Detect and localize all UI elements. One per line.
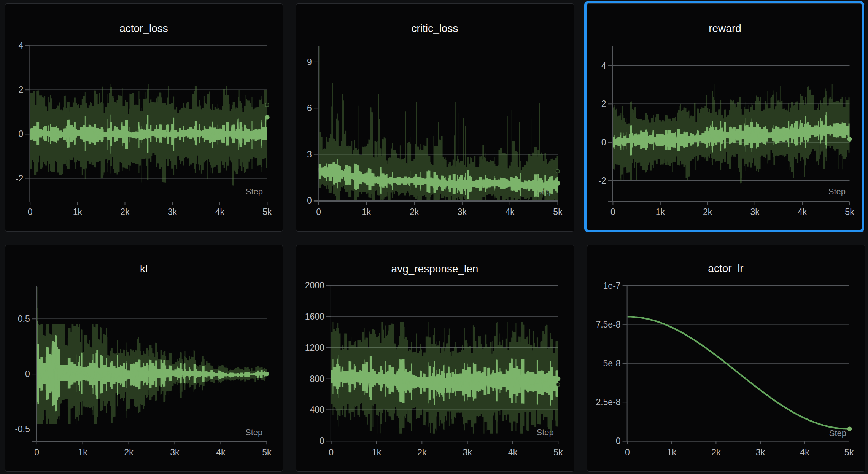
- svg-text:0: 0: [625, 447, 630, 457]
- svg-text:0: 0: [616, 436, 621, 446]
- svg-text:1k: 1k: [667, 447, 677, 457]
- svg-text:2k: 2k: [711, 447, 721, 457]
- svg-text:7.5e-8: 7.5e-8: [596, 320, 620, 329]
- svg-text:3k: 3k: [756, 447, 765, 457]
- svg-text:5k: 5k: [844, 447, 854, 457]
- svg-text:5e-8: 5e-8: [603, 358, 621, 368]
- svg-text:Step: Step: [829, 428, 846, 438]
- svg-text:4k: 4k: [800, 447, 809, 457]
- svg-text:2.5e-8: 2.5e-8: [596, 397, 620, 407]
- svg-text:1e-7: 1e-7: [603, 281, 621, 291]
- svg-text:actor_lr: actor_lr: [708, 262, 743, 274]
